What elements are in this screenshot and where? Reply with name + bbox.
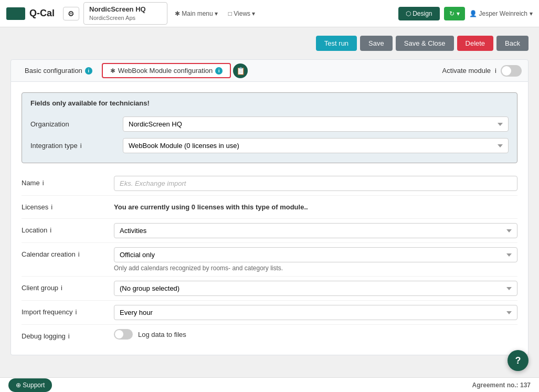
tabs-row: Basic configuration i ✱ WebBook Module c… xyxy=(10,59,529,82)
debug-logging-toggle[interactable] xyxy=(114,329,133,340)
org-name: NordicScreen HQ xyxy=(89,5,162,14)
refresh-chevron: ▾ xyxy=(457,10,460,17)
toggle-knob xyxy=(502,66,511,76)
gear-icon: ⚙ xyxy=(68,9,75,18)
question-mark-icon: ? xyxy=(515,355,521,366)
user-chevron-icon: ▾ xyxy=(530,10,533,17)
name-info-icon[interactable]: i xyxy=(43,179,44,187)
tab-basic-label: Basic configuration xyxy=(25,67,82,75)
basic-config-info-icon[interactable]: i xyxy=(85,67,92,75)
licenses-info-icon[interactable]: i xyxy=(51,203,52,211)
calendar-creation-select[interactable]: Official only xyxy=(114,247,517,262)
location-control: Activities xyxy=(114,223,517,238)
integration-type-info-icon[interactable]: i xyxy=(80,142,82,150)
name-control xyxy=(114,176,517,191)
delete-button[interactable]: Delete xyxy=(457,36,494,51)
organization-select[interactable]: NordicScreen HQ xyxy=(123,116,509,132)
import-frequency-control: Every hour xyxy=(114,305,517,320)
main-area: Test run Save Save & Close Delete Back B… xyxy=(0,27,539,377)
tab-webbook-label: WebBook Module configuration xyxy=(118,67,213,75)
import-frequency-row: Import frequency i Every hour xyxy=(22,301,517,325)
activate-module-area: Activate module i xyxy=(442,65,522,77)
integration-type-row: Integration type i WebBook Module (0 lic… xyxy=(30,135,509,156)
support-button[interactable]: ⊕ Support xyxy=(8,378,52,392)
logo-box xyxy=(6,7,25,20)
user-menu[interactable]: 👤 Jesper Weinreich ▾ xyxy=(469,10,533,17)
org-selector[interactable]: NordicScreen HQ NordicScreen Aps xyxy=(83,2,167,25)
footer: ⊕ Support Agreement no.: 137 xyxy=(0,377,539,392)
client-group-row: Client group i (No group selected) xyxy=(22,277,517,301)
licenses-label: Licenses i xyxy=(22,200,105,211)
main-menu-link[interactable]: ✱ Main menu ▾ xyxy=(172,8,221,19)
views-link[interactable]: □ Views ▾ xyxy=(225,8,258,19)
tab-webbook-configuration[interactable]: ✱ WebBook Module configuration i xyxy=(102,63,231,78)
refresh-icon: ↻ xyxy=(449,10,455,17)
organization-control: NordicScreen HQ xyxy=(123,116,509,132)
calendar-creation-label: Calendar creation i xyxy=(22,247,105,258)
test-run-button[interactable]: Test run xyxy=(316,36,357,51)
import-frequency-label: Import frequency i xyxy=(22,305,105,316)
agreement-text: Agreement no.: 137 xyxy=(472,382,531,389)
tab-basic-configuration[interactable]: Basic configuration i xyxy=(17,64,100,77)
calendar-help-text: Only add calendars recognized by rooms- … xyxy=(114,264,517,272)
chevron-down-icon: ▾ xyxy=(215,10,218,17)
activate-module-toggle[interactable] xyxy=(501,65,522,77)
debug-logging-label: Debug logging i xyxy=(22,329,105,340)
calendar-creation-control: Official only Only add calendars recogni… xyxy=(114,247,517,272)
integration-type-select[interactable]: WebBook Module (0 licenses in use) xyxy=(123,138,509,153)
form-card: Fields only available for technicians! O… xyxy=(10,82,529,355)
activate-module-info-icon[interactable]: i xyxy=(495,67,496,75)
technicians-title: Fields only available for technicians! xyxy=(30,99,509,107)
calendar-creation-row: Calendar creation i Official only Only a… xyxy=(22,243,517,277)
debug-toggle-row: Log data to files xyxy=(114,329,517,340)
location-select[interactable]: Activities xyxy=(114,223,517,238)
save-button[interactable]: Save xyxy=(360,36,393,51)
location-info-icon[interactable]: i xyxy=(50,226,51,234)
calendar-info-icon[interactable]: i xyxy=(78,250,80,258)
client-group-control: (No group selected) xyxy=(114,281,517,296)
refresh-button[interactable]: ↻ ▾ xyxy=(444,7,465,20)
module-icon[interactable]: 📋 xyxy=(233,63,248,78)
licenses-row: Licenses i You are currently using 0 lic… xyxy=(22,196,517,219)
debug-logging-text: Log data to files xyxy=(138,331,186,338)
app-title: Q-Cal xyxy=(29,8,55,19)
logo-area: Q-Cal xyxy=(6,7,55,20)
chevron-down-icon: ▾ xyxy=(252,10,255,17)
licenses-control: You are currently using 0 licenses with … xyxy=(114,200,517,214)
integration-type-control: WebBook Module (0 licenses in use) xyxy=(123,138,509,153)
integration-type-label: Integration type i xyxy=(30,142,114,150)
back-button[interactable]: Back xyxy=(496,36,529,51)
design-button[interactable]: ⬡ Design xyxy=(398,7,440,20)
client-group-select[interactable]: (No group selected) xyxy=(114,281,517,296)
agreement-number: 137 xyxy=(520,382,531,389)
organization-row: Organization NordicScreen HQ xyxy=(30,113,509,135)
gear-button[interactable]: ⚙ xyxy=(63,7,79,20)
debug-logging-control: Log data to files xyxy=(114,329,517,340)
location-row: Location i Activities xyxy=(22,219,517,243)
help-fab[interactable]: ? xyxy=(508,350,529,371)
org-sub: NordicScreen Aps xyxy=(89,14,162,22)
import-frequency-info-icon[interactable]: i xyxy=(76,308,77,316)
technicians-section: Fields only available for technicians! O… xyxy=(22,92,517,163)
debug-logging-row: Debug logging i Log data to files xyxy=(22,325,517,344)
debug-logging-info-icon[interactable]: i xyxy=(68,332,70,340)
import-frequency-select[interactable]: Every hour xyxy=(114,305,517,320)
debug-toggle-knob xyxy=(115,330,123,338)
agreement-label: Agreement no.: xyxy=(472,382,519,389)
tabs-left: Basic configuration i ✱ WebBook Module c… xyxy=(17,63,248,78)
save-close-button[interactable]: Save & Close xyxy=(396,36,454,51)
licenses-text: You are currently using 0 licenses with … xyxy=(114,200,517,214)
activate-module-label: Activate module xyxy=(442,67,491,75)
organization-label: Organization xyxy=(30,120,114,128)
client-group-label: Client group i xyxy=(22,281,105,292)
webbook-config-info-icon[interactable]: i xyxy=(215,67,223,75)
name-label: Name i xyxy=(22,176,105,187)
top-navigation: Q-Cal ⚙ NordicScreen HQ NordicScreen Aps… xyxy=(0,0,539,27)
name-row: Name i xyxy=(22,172,517,196)
name-input[interactable] xyxy=(114,176,517,191)
location-label: Location i xyxy=(22,223,105,234)
client-group-info-icon[interactable]: i xyxy=(61,284,62,292)
action-toolbar: Test run Save Save & Close Delete Back xyxy=(10,36,529,51)
username: Jesper Weinreich xyxy=(479,10,527,17)
